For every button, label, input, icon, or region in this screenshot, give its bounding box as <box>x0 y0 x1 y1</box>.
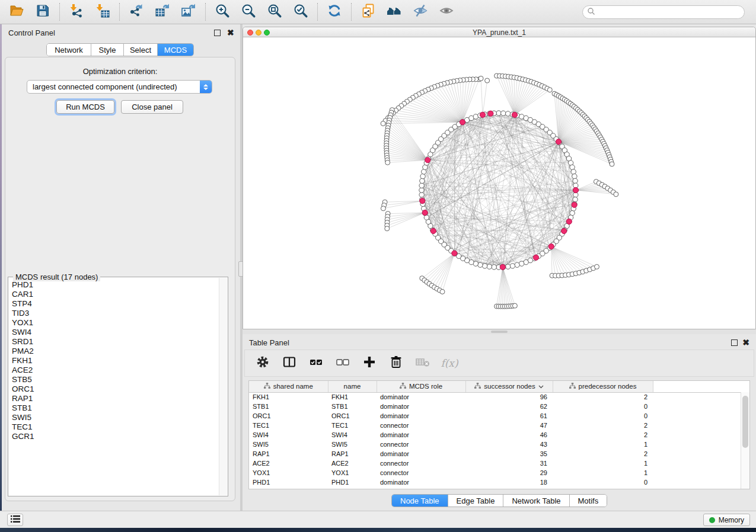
result-node-item[interactable]: TEC1 <box>12 422 219 432</box>
run-mcds-button[interactable]: Run MCDS <box>56 100 114 114</box>
function-button[interactable]: f(x) <box>442 355 457 371</box>
table-cell[interactable]: dominator <box>377 402 465 411</box>
table-cell[interactable]: FKH1 <box>249 392 328 402</box>
export-table-button[interactable] <box>154 4 171 20</box>
result-node-item[interactable]: STB5 <box>12 375 219 384</box>
splitter-grip[interactable] <box>491 331 508 333</box>
import-network-button[interactable] <box>68 4 85 20</box>
network-overview-button[interactable] <box>386 4 403 20</box>
table-cell[interactable]: YOX1 <box>328 468 377 477</box>
delete-button[interactable] <box>388 355 404 371</box>
table-cell[interactable]: 2 <box>553 430 653 440</box>
table-cell[interactable]: TEC1 <box>249 421 328 430</box>
gear-button[interactable] <box>255 355 270 371</box>
search-input[interactable] <box>598 7 744 18</box>
table-cell[interactable]: ORC1 <box>328 411 377 421</box>
memory-button[interactable]: Memory <box>703 514 750 526</box>
export-network-button[interactable] <box>128 4 145 20</box>
table-cell[interactable]: 46 <box>465 430 553 440</box>
table-cell[interactable]: 1 <box>553 459 653 468</box>
result-node-item[interactable]: SWI4 <box>12 328 219 337</box>
search-field[interactable] <box>582 5 745 19</box>
task-history-button[interactable] <box>7 514 23 526</box>
table-cell[interactable]: RAP1 <box>249 449 328 459</box>
network-canvas[interactable] <box>243 37 755 329</box>
tab-network-table[interactable]: Network Table <box>503 495 569 507</box>
hide-style-button[interactable] <box>412 4 429 20</box>
table-cell[interactable]: connector <box>377 440 465 449</box>
table-row[interactable]: SWI4SWI4dominator462 <box>249 430 749 440</box>
table-cell[interactable]: ACE2 <box>328 459 377 468</box>
result-node-item[interactable]: CAR1 <box>12 290 219 299</box>
table-cell[interactable]: 35 <box>465 449 553 459</box>
result-node-item[interactable]: SRD1 <box>12 337 219 347</box>
table-cell[interactable]: dominator <box>377 430 465 440</box>
table-cell[interactable]: PHD1 <box>249 477 328 487</box>
result-node-item[interactable]: ORC1 <box>12 384 219 394</box>
show-style-button[interactable] <box>438 4 455 20</box>
export-image-button[interactable] <box>180 4 197 20</box>
clone-network-button[interactable] <box>360 4 377 20</box>
table-cell[interactable]: SWI5 <box>328 440 377 449</box>
table-cell[interactable]: 0 <box>553 402 653 411</box>
result-node-item[interactable]: TID3 <box>12 309 219 318</box>
table-cell[interactable]: 0 <box>553 477 653 487</box>
table-cell[interactable]: dominator <box>377 411 465 421</box>
table-cell[interactable]: TEC1 <box>328 421 377 430</box>
mcds-result-scrollbar[interactable] <box>219 278 227 495</box>
float-panel-icon[interactable] <box>214 30 221 36</box>
column-header-MCDS-role[interactable]: MCDS role <box>377 381 465 392</box>
table-cell[interactable]: PHD1 <box>328 477 377 487</box>
result-node-item[interactable]: GCR1 <box>12 432 219 441</box>
table-cell[interactable]: 31 <box>465 459 553 468</box>
table-row[interactable]: RAP1RAP1dominator352 <box>249 449 749 459</box>
result-node-item[interactable]: SWI5 <box>12 413 219 422</box>
table-cell[interactable]: 47 <box>465 421 553 430</box>
table-cell[interactable]: connector <box>377 468 465 477</box>
result-node-item[interactable]: PMA2 <box>12 347 219 356</box>
column-header-predecessor-nodes[interactable]: predecessor nodes <box>553 381 653 392</box>
result-node-item[interactable]: FKH1 <box>12 356 219 366</box>
result-node-item[interactable]: STB1 <box>12 403 219 413</box>
zoom-out-button[interactable] <box>240 4 257 20</box>
zoom-in-button[interactable] <box>214 4 231 20</box>
table-row[interactable]: ACE2ACE2connector311 <box>249 459 749 468</box>
table-cell[interactable]: 62 <box>465 402 553 411</box>
mcds-result-list[interactable]: PHD1CAR1STP4TID3YOX1SWI4SRD1PMA2FKH1ACE2… <box>8 278 219 496</box>
close-panel-button[interactable]: Close panel <box>121 100 183 114</box>
table-row[interactable]: FKH1FKH1dominator962 <box>249 392 749 402</box>
result-node-item[interactable]: PHD1 <box>12 280 219 290</box>
tab-select[interactable]: Select <box>123 44 157 56</box>
table-cell[interactable]: STB1 <box>249 402 328 411</box>
result-node-item[interactable]: YOX1 <box>12 318 219 328</box>
select-all-button[interactable] <box>308 355 324 371</box>
table-cell[interactable]: 61 <box>465 411 553 421</box>
table-row[interactable]: YOX1YOX1connector291 <box>249 468 749 477</box>
column-header-name[interactable]: name <box>328 381 377 392</box>
table-cell[interactable]: dominator <box>377 477 465 487</box>
table-row[interactable]: ORC1ORC1dominator610 <box>249 411 749 421</box>
table-cell[interactable]: 18 <box>465 477 553 487</box>
tab-network[interactable]: Network <box>47 44 91 56</box>
open-folder-button[interactable] <box>8 4 25 20</box>
table-row[interactable]: SWI5SWI5connector431 <box>249 440 749 449</box>
table-cell[interactable]: SWI5 <box>249 440 328 449</box>
save-button[interactable] <box>34 4 51 20</box>
network-titlebar[interactable]: YPA_prune.txt_1 <box>243 27 755 37</box>
float-panel-icon[interactable] <box>731 339 738 346</box>
table-cell[interactable]: 43 <box>465 440 553 449</box>
table-cell[interactable]: RAP1 <box>328 449 377 459</box>
tab-mcds[interactable]: MCDS <box>157 44 193 56</box>
table-cell[interactable]: 1 <box>553 440 653 449</box>
table-cell[interactable]: STB1 <box>328 402 377 411</box>
table-cell[interactable]: ACE2 <box>249 459 328 468</box>
tab-style[interactable]: Style <box>91 44 123 56</box>
table-cell[interactable]: connector <box>377 421 465 430</box>
result-node-item[interactable]: ACE2 <box>12 366 219 375</box>
table-row[interactable]: PHD1PHD1dominator180 <box>249 477 749 487</box>
table-cell[interactable]: 0 <box>553 411 653 421</box>
zoom-fit-button[interactable] <box>266 4 283 20</box>
tab-node-table[interactable]: Node Table <box>392 495 448 507</box>
close-panel-icon[interactable]: ✖ <box>227 27 234 38</box>
deselect-all-button[interactable] <box>335 355 350 371</box>
